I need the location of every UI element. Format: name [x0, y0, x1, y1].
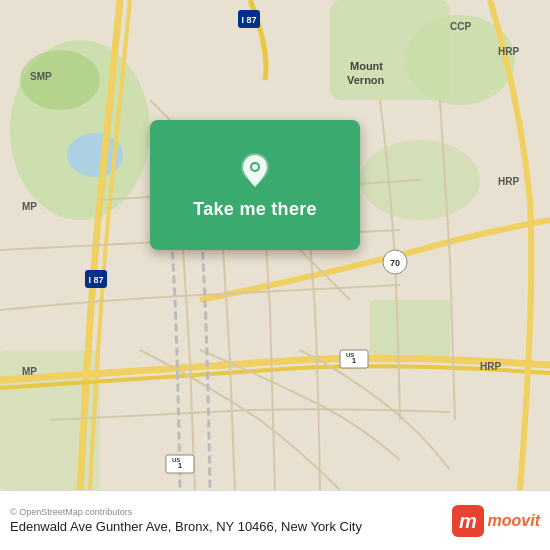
map-attribution: © OpenStreetMap contributors — [10, 507, 442, 517]
footer-bar: © OpenStreetMap contributors Edenwald Av… — [0, 490, 550, 550]
moovit-logo: m moovit — [452, 505, 540, 537]
svg-text:m: m — [459, 510, 477, 532]
moovit-brand-text: moovit — [488, 512, 540, 530]
svg-text:I 87: I 87 — [88, 275, 103, 285]
footer-info: © OpenStreetMap contributors Edenwald Av… — [10, 507, 442, 534]
take-me-there-label: Take me there — [193, 199, 317, 220]
svg-text:HRP: HRP — [480, 361, 501, 372]
svg-text:1: 1 — [178, 461, 183, 470]
address-label: Edenwald Ave Gunther Ave, Bronx, NY 1046… — [10, 519, 442, 534]
moovit-icon: m — [452, 505, 484, 537]
location-pin-icon — [235, 151, 275, 191]
svg-text:HRP: HRP — [498, 176, 519, 187]
svg-text:I 87: I 87 — [241, 15, 256, 25]
svg-text:70: 70 — [390, 258, 400, 268]
svg-text:SMP: SMP — [30, 71, 52, 82]
svg-rect-5 — [370, 300, 450, 360]
svg-text:MP: MP — [22, 366, 37, 377]
svg-text:Mount: Mount — [350, 60, 383, 72]
svg-point-32 — [252, 164, 258, 170]
svg-text:1: 1 — [352, 356, 357, 365]
svg-text:Vernon: Vernon — [347, 74, 385, 86]
svg-text:HRP: HRP — [498, 46, 519, 57]
svg-text:MP: MP — [22, 201, 37, 212]
take-me-there-button[interactable]: Take me there — [150, 120, 360, 250]
map-container: I 87 I 87 SMP CCP HRP HRP HRP MP MP 70 U… — [0, 0, 550, 490]
svg-text:CCP: CCP — [450, 21, 471, 32]
